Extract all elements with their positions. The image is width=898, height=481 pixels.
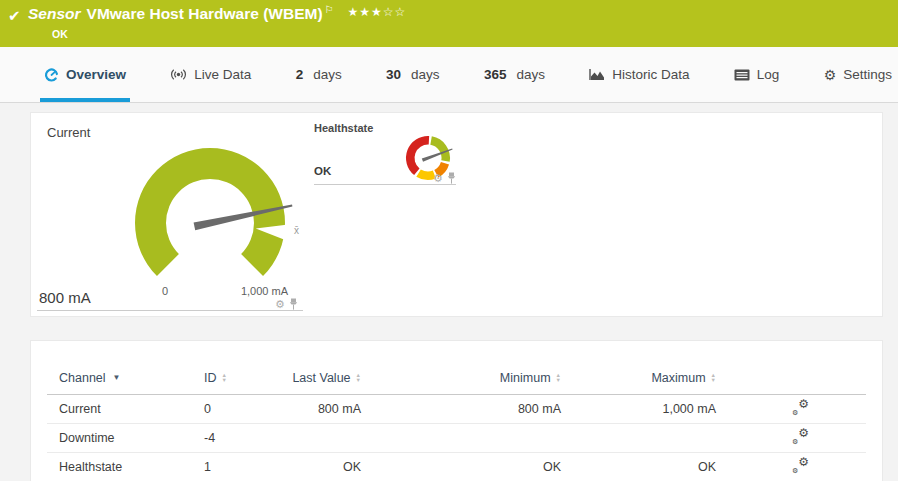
channel-name[interactable]: Downtime: [47, 431, 204, 445]
column-label: Maximum: [651, 371, 705, 385]
tab-days-count: 30: [386, 67, 401, 82]
current-gauge-actions: ⚙: [275, 298, 298, 310]
tab-label: days: [411, 67, 440, 82]
tab-overview[interactable]: Overview: [40, 47, 130, 102]
channel-last-value: 800 mA: [264, 402, 361, 416]
page-title: VMware Host Hardware (WBEM): [87, 5, 323, 22]
gear-icon[interactable]: ⚙: [433, 173, 443, 184]
channels-table-panel: Channel ▼ ID ▲▼ Last Value ▲▼ Minimum ▲▼…: [30, 340, 883, 481]
tab-label: Overview: [66, 67, 126, 82]
channel-settings-icon[interactable]: ⚙⚙: [791, 400, 809, 416]
channel-last-value: OK: [264, 460, 361, 474]
stars-filled: ★★★: [348, 5, 383, 19]
column-header-last-value[interactable]: Last Value ▲▼: [264, 371, 361, 385]
channel-settings-icon[interactable]: ⚙⚙: [791, 429, 809, 445]
table-row-healthstate[interactable]: Healthstate 1 OK OK OK ⚙⚙: [47, 453, 866, 481]
channel-minimum: OK: [361, 460, 561, 474]
tab-label: Historic Data: [612, 67, 689, 82]
healthstate-value-label: OK: [314, 165, 331, 177]
channel-maximum: OK: [561, 460, 716, 474]
healthstate-gauge-title: Healthstate: [314, 122, 373, 134]
log-icon: [734, 69, 750, 81]
tab-30-days[interactable]: 30 days: [382, 47, 444, 102]
status-badge: OK: [52, 28, 68, 40]
table-row-downtime[interactable]: Downtime -4 ⚙⚙: [47, 424, 866, 453]
pin-icon[interactable]: [289, 298, 298, 310]
column-label: Last Value: [292, 371, 350, 385]
sort-desc-icon: ▼: [113, 373, 121, 382]
area-chart-icon: [589, 68, 605, 81]
sensor-status-header: ✔ SensorVMware Host Hardware (WBEM)⚐★★★☆…: [0, 0, 898, 47]
gauge-scale-max: 1,000 mA: [221, 285, 288, 297]
tab-2-days[interactable]: 2 days: [292, 47, 346, 102]
prtg-sensor-page: { "header": { "type_label": "Sensor", "t…: [0, 0, 898, 481]
ok-check-icon: ✔: [8, 7, 21, 25]
current-value-label: 800 mA: [39, 289, 91, 306]
divider: [314, 184, 456, 185]
gauge-scale-min: 0: [162, 285, 168, 297]
column-header-channel[interactable]: Channel ▼: [47, 371, 204, 385]
flag-icon[interactable]: ⚐: [325, 4, 334, 15]
priority-stars[interactable]: ★★★☆☆: [348, 5, 407, 19]
channel-id: 0: [204, 402, 264, 416]
column-header-minimum[interactable]: Minimum ▲▼: [361, 371, 561, 385]
tab-label: days: [313, 67, 342, 82]
tab-settings[interactable]: ⚙ Settings: [820, 47, 896, 102]
table-header-row: Channel ▼ ID ▲▼ Last Value ▲▼ Minimum ▲▼…: [47, 361, 866, 395]
sort-icon: ▲▼: [711, 373, 716, 382]
gear-icon: ⚙: [824, 68, 837, 82]
tab-bar: Overview Live Data 2 days 30 days 365 da…: [0, 47, 898, 103]
current-gauge: [80, 113, 340, 303]
stars-empty: ☆☆: [383, 5, 407, 19]
channel-name[interactable]: Healthstate: [47, 460, 204, 474]
tab-historic-data[interactable]: Historic Data: [585, 47, 693, 102]
average-marker-label: x̄: [294, 225, 299, 236]
channel-name[interactable]: Current: [47, 402, 204, 416]
column-header-maximum[interactable]: Maximum ▲▼: [561, 371, 716, 385]
tab-label: days: [516, 67, 545, 82]
sort-icon: ▲▼: [222, 373, 227, 382]
column-label: Minimum: [500, 371, 551, 385]
gear-icon[interactable]: ⚙: [275, 299, 285, 310]
channel-maximum: 1,000 mA: [561, 402, 716, 416]
channels-table: Channel ▼ ID ▲▼ Last Value ▲▼ Minimum ▲▼…: [47, 361, 866, 481]
channel-id: 1: [204, 460, 264, 474]
tab-label: Settings: [843, 67, 892, 82]
sensor-type-label: Sensor: [28, 5, 81, 22]
column-label: ID: [204, 371, 217, 385]
column-label: Channel: [59, 371, 106, 385]
tab-live-data[interactable]: Live Data: [166, 47, 255, 102]
pin-icon[interactable]: [447, 172, 456, 184]
overview-gauges-panel: Current x̄ 0 1,000 mA 800 mA ⚙ Healthsta…: [30, 112, 883, 317]
sensor-title-line: SensorVMware Host Hardware (WBEM)⚐★★★☆☆: [28, 5, 406, 23]
tab-label: Live Data: [194, 67, 251, 82]
broadcast-icon: [170, 68, 187, 81]
channel-id: -4: [204, 431, 264, 445]
healthstate-gauge-actions: ⚙: [433, 172, 456, 184]
tab-days-count: 2: [296, 67, 304, 82]
channel-settings-icon[interactable]: ⚙⚙: [791, 458, 809, 474]
table-row-current[interactable]: Current 0 800 mA 800 mA 1,000 mA ⚙⚙: [47, 395, 866, 424]
tab-log[interactable]: Log: [730, 47, 784, 102]
channel-minimum: 800 mA: [361, 402, 561, 416]
tab-365-days[interactable]: 365 days: [480, 47, 549, 102]
divider: [37, 310, 303, 311]
gauge-icon: [44, 67, 59, 82]
column-header-id[interactable]: ID ▲▼: [204, 371, 264, 385]
tab-days-count: 365: [484, 67, 507, 82]
tab-label: Log: [757, 67, 780, 82]
